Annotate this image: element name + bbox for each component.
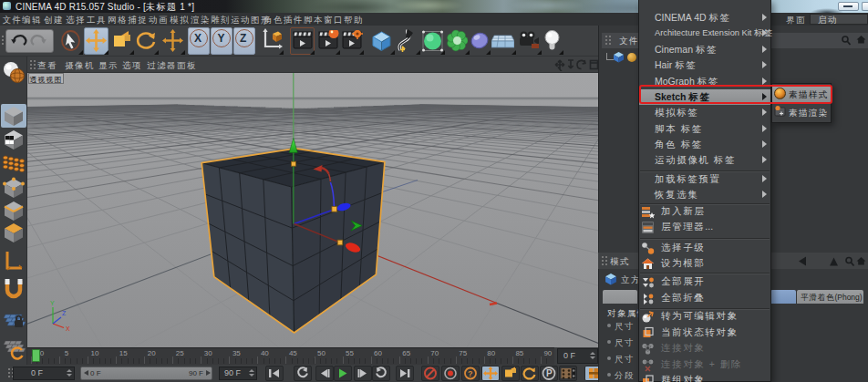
svg-text:Z: Z — [62, 310, 67, 316]
svg-text:Y: Y — [50, 300, 55, 306]
svg-text:P: P — [546, 368, 553, 378]
svg-text:?: ? — [468, 369, 473, 378]
svg-text:X: X — [66, 325, 70, 332]
